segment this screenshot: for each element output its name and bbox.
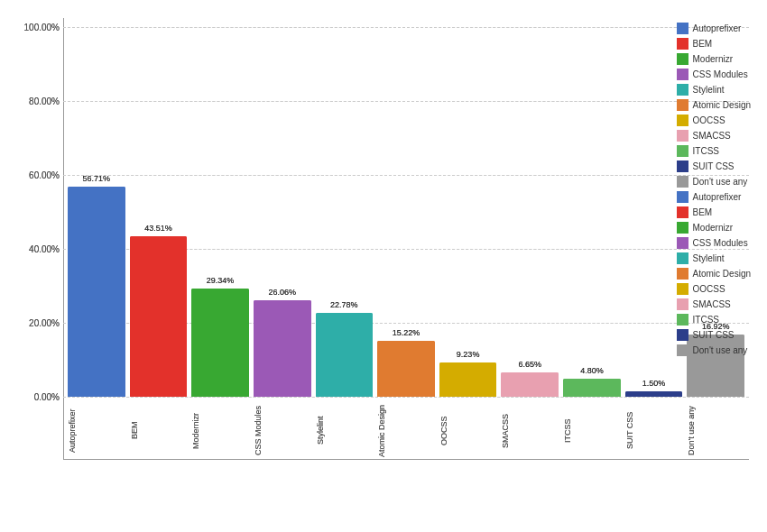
- bar: [501, 372, 559, 397]
- legend-label: CSS Modules: [693, 238, 748, 248]
- legend-item: ITCSS: [677, 314, 751, 326]
- legend-label: OOCSS: [693, 115, 725, 125]
- x-axis-label: Modernizr: [191, 401, 249, 460]
- legend-item: Modernizr: [677, 222, 751, 234]
- legend-label: SMACSS: [693, 131, 731, 141]
- legend-item: Autoprefixer: [677, 23, 751, 34]
- legend-color-box: [677, 115, 688, 126]
- bar-value-label: 22.78%: [316, 300, 374, 309]
- legend-item: BEM: [677, 38, 751, 50]
- legend-item: SMACSS: [677, 130, 751, 142]
- x-axis-label: Atomic Design: [377, 401, 435, 460]
- legend-color-box: [677, 298, 688, 310]
- legend-color-box: [677, 344, 688, 356]
- grid-and-bars: 100.00%80.00%60.00%40.00%20.00%0.00%56.7…: [63, 18, 749, 460]
- bar-value-label: 9.23%: [439, 350, 497, 359]
- legend-label: CSS Modules: [693, 69, 748, 79]
- x-axis-label: OOCSS: [439, 401, 497, 460]
- bar-value-label: 56.71%: [68, 174, 125, 183]
- bar-value-label: 1.50%: [625, 379, 683, 388]
- legend-color-box: [677, 268, 688, 280]
- legend-item: Don't use any: [677, 344, 751, 356]
- bar-value-label: 6.65%: [501, 360, 559, 369]
- legend-color-box: [677, 191, 688, 203]
- legend-item: CSS Modules: [677, 237, 751, 249]
- legend-label: BEM: [693, 207, 713, 217]
- legend-color-box: [677, 161, 688, 172]
- legend-color-box: [677, 222, 688, 234]
- grid-label: 60.00%: [20, 170, 60, 180]
- bar: [191, 289, 249, 397]
- legend-color-box: [677, 314, 688, 326]
- grid-label: 20.00%: [20, 318, 60, 328]
- legend-label: Atomic Design: [693, 269, 751, 279]
- legend-label: BEM: [693, 39, 713, 49]
- bar: [439, 362, 497, 397]
- x-axis-label: ITCSS: [563, 401, 621, 460]
- legend-color-box: [677, 23, 688, 34]
- legend-item: Don't use any: [677, 176, 751, 188]
- legend-color-box: [677, 237, 688, 249]
- legend-color-box: [677, 206, 688, 218]
- legend-color-box: [677, 38, 688, 50]
- grid-line: [63, 397, 749, 398]
- legend-color-box: [677, 176, 688, 188]
- legend-item: OOCSS: [677, 115, 751, 126]
- x-axis-label: SUIT CSS: [625, 401, 683, 460]
- legend-item: Modernizr: [677, 53, 751, 65]
- legend-color-box: [677, 329, 688, 341]
- legend-item: Autoprefixer: [677, 191, 751, 203]
- bar-value-label: 29.34%: [191, 276, 249, 285]
- legend-color-box: [677, 145, 688, 157]
- legend-item: Atomic Design: [677, 268, 751, 280]
- bar-value-label: 4.80%: [563, 366, 621, 375]
- bar-value-label: 15.22%: [377, 328, 435, 337]
- x-axis-label: Autoprefixer: [68, 401, 125, 460]
- legend: AutoprefixerBEMModernizrCSS ModulesStyle…: [677, 23, 751, 356]
- legend-color-box: [677, 53, 688, 65]
- x-axis-label: Don't use any: [687, 401, 744, 460]
- grid-line: [63, 101, 749, 102]
- legend-label: Modernizr: [693, 223, 733, 233]
- grid-label: 80.00%: [20, 96, 60, 106]
- bar-value-label: 26.06%: [254, 288, 311, 297]
- grid-label: 40.00%: [20, 244, 60, 254]
- chart-container: 100.00%80.00%60.00%40.00%20.00%0.00%56.7…: [0, 0, 767, 532]
- legend-label: OOCSS: [693, 284, 725, 294]
- legend-item: CSS Modules: [677, 69, 751, 80]
- legend-item: ITCSS: [677, 145, 751, 157]
- bar: [563, 379, 621, 397]
- legend-item: Stylelint: [677, 84, 751, 96]
- legend-label: Autoprefixer: [693, 23, 742, 33]
- legend-color-box: [677, 69, 688, 80]
- legend-label: SMACSS: [693, 299, 731, 309]
- x-axis-label: Stylelint: [316, 401, 374, 460]
- chart-area: 100.00%80.00%60.00%40.00%20.00%0.00%56.7…: [63, 18, 749, 460]
- legend-label: ITCSS: [693, 315, 719, 325]
- bar: [254, 300, 311, 397]
- legend-label: Stylelint: [693, 85, 725, 95]
- legend-item: SMACSS: [677, 298, 751, 310]
- legend-label: Stylelint: [693, 253, 725, 263]
- grid-label: 0.00%: [20, 392, 60, 402]
- bar: [377, 341, 435, 397]
- grid-line: [63, 27, 749, 28]
- bar: [625, 391, 683, 397]
- legend-label: Don't use any: [693, 345, 748, 355]
- legend-color-box: [677, 84, 688, 96]
- legend-item: Atomic Design: [677, 99, 751, 111]
- legend-item: SUIT CSS: [677, 161, 751, 172]
- legend-item: BEM: [677, 206, 751, 218]
- bar: [68, 187, 125, 397]
- legend-color-box: [677, 283, 688, 295]
- x-axis-label: SMACSS: [501, 401, 559, 460]
- legend-color-box: [677, 130, 688, 142]
- bar: [316, 313, 374, 397]
- legend-label: Autoprefixer: [693, 192, 742, 202]
- x-axis-label: CSS Modules: [254, 401, 311, 460]
- legend-label: Modernizr: [693, 54, 733, 64]
- y-axis-line: [63, 18, 64, 460]
- legend-label: SUIT CSS: [693, 161, 735, 171]
- grid-line: [63, 175, 749, 176]
- grid-label: 100.00%: [20, 23, 60, 32]
